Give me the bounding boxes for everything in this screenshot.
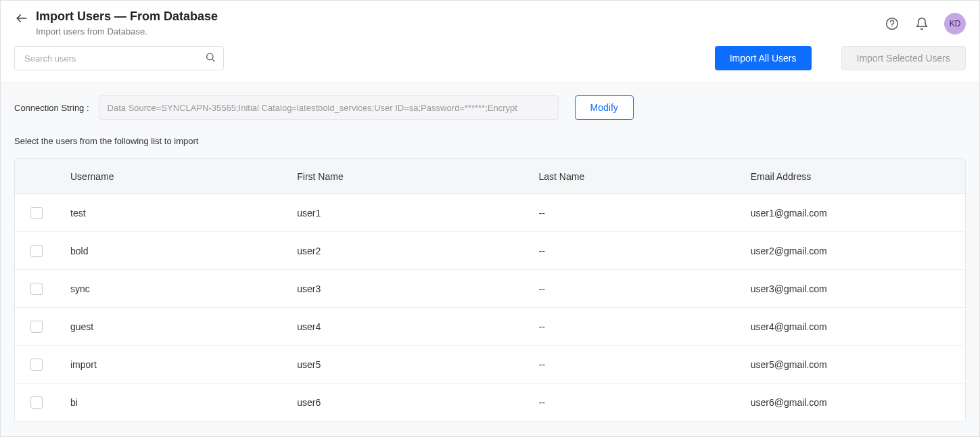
help-icon[interactable]	[885, 16, 900, 31]
cell-firstname: user3	[285, 283, 511, 294]
row-checkbox[interactable]	[30, 359, 43, 371]
row-checkbox[interactable]	[30, 321, 43, 333]
row-checkbox-cell	[15, 207, 58, 219]
row-checkbox[interactable]	[30, 207, 43, 219]
bell-icon[interactable]	[914, 16, 929, 31]
row-checkbox-cell	[15, 245, 58, 257]
cell-username: test	[58, 208, 285, 218]
row-checkbox-cell	[15, 283, 58, 295]
col-username: Username	[58, 171, 285, 182]
connection-row: Connection String : Modify	[14, 95, 966, 120]
cell-lastname: --	[512, 359, 739, 370]
table-header-row: Username First Name Last Name Email Addr…	[15, 159, 965, 194]
cell-email: user3@gmail.com	[739, 283, 965, 294]
row-checkbox-cell	[15, 396, 58, 409]
cell-email: user6@gmail.com	[739, 397, 965, 408]
cell-email: user1@gmail.com	[739, 208, 965, 218]
search-input[interactable]	[14, 46, 224, 70]
row-checkbox-cell	[15, 321, 58, 333]
table-row: guest user4 -- user4@gmail.com	[15, 308, 965, 346]
instruction-text: Select the users from the following list…	[14, 136, 966, 146]
modify-button[interactable]: Modify	[575, 95, 634, 120]
row-checkbox[interactable]	[30, 283, 43, 295]
back-arrow-icon[interactable]	[14, 11, 29, 26]
cell-username: guest	[58, 321, 285, 332]
toolbar-right: Import All Users Import Selected Users	[715, 46, 966, 70]
table-row: import user5 -- user5@gmail.com	[15, 346, 965, 384]
table-row: sync user3 -- user3@gmail.com	[15, 270, 965, 308]
table-row: bold user2 -- user2@gmail.com	[15, 232, 965, 270]
row-checkbox-cell	[15, 359, 58, 371]
row-checkbox[interactable]	[30, 396, 43, 409]
cell-firstname: user5	[285, 359, 511, 370]
page-header: Import Users — From Database Import user…	[1, 1, 979, 37]
header-left: Import Users — From Database Import user…	[14, 9, 218, 37]
cell-firstname: user4	[285, 321, 511, 332]
svg-point-2	[891, 26, 892, 27]
import-selected-button[interactable]: Import Selected Users	[841, 46, 966, 70]
content-area: Connection String : Modify Select the us…	[1, 83, 979, 436]
cell-firstname: user2	[285, 246, 511, 256]
col-email: Email Address	[739, 171, 965, 182]
cell-firstname: user6	[285, 397, 511, 408]
cell-username: import	[58, 359, 285, 370]
table-row: bi user6 -- user6@gmail.com	[15, 384, 965, 421]
cell-username: sync	[58, 283, 285, 294]
connection-label: Connection String :	[14, 103, 89, 113]
cell-username: bold	[58, 246, 285, 256]
cell-lastname: --	[512, 283, 739, 294]
avatar[interactable]: KD	[944, 13, 966, 34]
cell-lastname: --	[512, 321, 739, 332]
connection-input[interactable]	[99, 95, 559, 120]
col-lastname: Last Name	[512, 171, 739, 182]
title-block: Import Users — From Database Import user…	[36, 9, 218, 37]
page-title: Import Users — From Database	[36, 9, 218, 24]
search-wrapper	[14, 46, 224, 70]
cell-lastname: --	[512, 397, 739, 408]
toolbar: Import All Users Import Selected Users	[1, 37, 979, 83]
page-root: Import Users — From Database Import user…	[0, 0, 980, 437]
import-all-button[interactable]: Import All Users	[715, 46, 812, 70]
cell-email: user2@gmail.com	[739, 246, 965, 256]
cell-lastname: --	[512, 246, 739, 256]
cell-email: user5@gmail.com	[739, 359, 965, 370]
cell-username: bi	[58, 397, 285, 408]
cell-firstname: user1	[285, 208, 511, 218]
cell-email: user4@gmail.com	[739, 321, 965, 332]
header-right: KD	[885, 9, 966, 34]
col-firstname: First Name	[285, 171, 511, 182]
table-row: test user1 -- user1@gmail.com	[15, 194, 965, 232]
page-subtitle: Import users from Database.	[36, 26, 218, 37]
users-table: Username First Name Last Name Email Addr…	[14, 158, 966, 422]
cell-lastname: --	[512, 208, 739, 218]
row-checkbox[interactable]	[30, 245, 43, 257]
